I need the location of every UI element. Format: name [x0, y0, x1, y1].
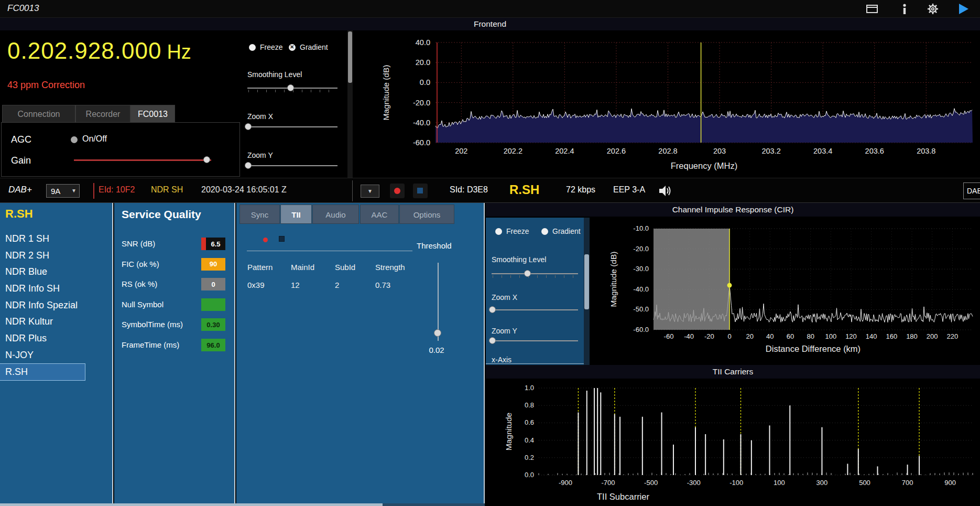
tab-options[interactable]: Options: [399, 204, 454, 224]
agc-radio[interactable]: [71, 136, 78, 143]
spectrum-controls: Freeze Gradient Smoothing Level Zoom X Z…: [241, 30, 347, 178]
slider-knob[interactable]: [489, 306, 496, 313]
slider-knob[interactable]: [489, 337, 496, 344]
svg-text:-60.0: -60.0: [413, 138, 430, 147]
tii-cell[interactable]: 2: [335, 281, 339, 289]
bar-divider: [352, 180, 353, 201]
agc-onoff-label: On/Off: [82, 134, 107, 144]
sq-row: SymbolTime (ms)0.30: [114, 318, 235, 332]
cir-smoothing-label: Smoothing Level: [492, 255, 546, 264]
station-item[interactable]: NDR Info SH: [0, 281, 112, 297]
smoothing-slider[interactable]: [247, 84, 337, 92]
tab-sync[interactable]: Sync: [239, 204, 280, 224]
tab-audio[interactable]: Audio: [312, 204, 359, 224]
bitrate-label: 72 kbps: [566, 185, 595, 195]
current-service-label: R.SH: [5, 207, 33, 221]
dropdown-button[interactable]: ▼: [361, 185, 379, 198]
threshold-knob[interactable]: [434, 329, 441, 337]
sq-label: SNR (dB): [122, 239, 155, 248]
detail-tabs: SyncTIIAudioAACOptions: [236, 204, 484, 224]
stop-icon: [417, 188, 423, 193]
station-item[interactable]: R.SH: [0, 364, 85, 381]
svg-text:0.0: 0.0: [420, 78, 430, 87]
app-title: FC0013: [7, 3, 39, 14]
station-item[interactable]: NDR 2 SH: [0, 247, 112, 264]
station-item[interactable]: N-JOY: [0, 347, 112, 364]
svg-text:100: 100: [774, 479, 785, 487]
info-icon[interactable]: [901, 4, 908, 15]
station-item[interactable]: NDR Blue: [0, 264, 112, 281]
frequency-panel: 0.202.928.000Hz 43 ppm Correction Connec…: [0, 30, 241, 178]
cir-zoom-x-slider[interactable]: [492, 306, 578, 314]
svg-text:40.0: 40.0: [416, 38, 430, 47]
svg-text:80: 80: [807, 332, 814, 340]
cir-x-axis-label: x-Axis: [492, 356, 511, 364]
tii-cell[interactable]: 0.73: [375, 281, 390, 289]
slider-knob[interactable]: [203, 156, 210, 163]
gain-slider[interactable]: [74, 156, 211, 164]
zoom-x-slider[interactable]: [247, 123, 337, 131]
freeze-label: Freeze: [260, 43, 283, 51]
service-quality-rows: SNR (dB)6.5FIC (ok %)90RS (ok %)0Null Sy…: [114, 203, 234, 506]
cir-zoom-y-label: Zoom Y: [492, 327, 517, 335]
slider-knob[interactable]: [287, 84, 294, 91]
tab-aac[interactable]: AAC: [360, 204, 399, 224]
tab-fc0013[interactable]: FC0013: [130, 105, 175, 122]
svg-text:0.8: 0.8: [525, 401, 534, 409]
protection-label: EEP 3-A: [613, 185, 645, 195]
timestamp: 2020-03-24 16:05:01 Z: [201, 185, 287, 195]
svg-text:0.4: 0.4: [525, 436, 534, 444]
freeze-radio[interactable]: [249, 44, 256, 51]
tab-connection[interactable]: Connection: [2, 105, 75, 122]
svg-text:202.4: 202.4: [555, 147, 574, 155]
svg-text:40: 40: [766, 332, 774, 340]
scrollbar-thumb[interactable]: [584, 254, 589, 309]
play-icon[interactable]: [958, 3, 970, 15]
zoom-x-label: Zoom X: [247, 112, 273, 121]
right-chart-column: Channel Impulse Response (CIR) Freeze Gr…: [486, 203, 980, 506]
svg-text:700: 700: [902, 479, 913, 487]
frontend-tabs: ConnectionRecorderFC0013: [2, 105, 239, 122]
channel-value: 9A: [51, 187, 60, 196]
sq-label: FIC (ok %): [122, 260, 159, 268]
cir-smoothing-slider[interactable]: [492, 270, 578, 278]
horizontal-scrollbar[interactable]: [0, 503, 485, 506]
speaker-icon[interactable]: [658, 185, 673, 197]
window-icon[interactable]: [866, 4, 878, 14]
cir-freeze-radio[interactable]: [495, 228, 502, 235]
threshold-slider[interactable]: [434, 263, 442, 341]
spectrum-scrollbar[interactable]: [347, 30, 353, 178]
sq-label: Null Symbol: [122, 300, 164, 309]
gear-icon[interactable]: [927, 3, 939, 15]
tab-tii[interactable]: TII: [280, 204, 312, 224]
svg-text:1.0: 1.0: [525, 384, 534, 392]
scrollbar-thumb[interactable]: [0, 503, 383, 506]
tab-recorder[interactable]: Recorder: [75, 105, 130, 122]
svg-text:0.0: 0.0: [525, 471, 534, 479]
dab-mode-label: DAB+: [8, 185, 32, 195]
cir-zoom-y-slider[interactable]: [492, 337, 578, 345]
tii-cell[interactable]: 12: [291, 281, 300, 289]
slider-knob[interactable]: [245, 123, 252, 130]
stop-button[interactable]: [413, 184, 428, 198]
zoom-y-slider[interactable]: [247, 162, 337, 170]
svg-text:20: 20: [746, 332, 753, 340]
cir-scrollbar[interactable]: [584, 218, 590, 365]
svg-text:203: 203: [713, 147, 726, 155]
sq-row: Null Symbol: [114, 298, 235, 312]
record-button[interactable]: [390, 184, 405, 198]
svg-text:120: 120: [845, 332, 857, 340]
cir-gradient-radio[interactable]: [541, 228, 548, 235]
slider-knob[interactable]: [245, 162, 252, 169]
tii-cell[interactable]: 0x39: [247, 281, 265, 289]
gradient-radio[interactable]: [289, 44, 296, 51]
dab-mode-badge[interactable]: DAB: [963, 182, 980, 199]
station-item[interactable]: NDR Info Spezial: [0, 297, 112, 314]
channel-select[interactable]: 9A ▼: [46, 184, 80, 198]
cir-controls-divider: [486, 363, 584, 364]
service-id: SId: D3E8: [450, 185, 488, 195]
scrollbar-thumb[interactable]: [348, 31, 352, 83]
station-item[interactable]: NDR Plus: [0, 330, 112, 347]
station-item[interactable]: NDR Kultur: [0, 314, 112, 330]
station-item[interactable]: NDR 1 SH: [0, 231, 112, 247]
